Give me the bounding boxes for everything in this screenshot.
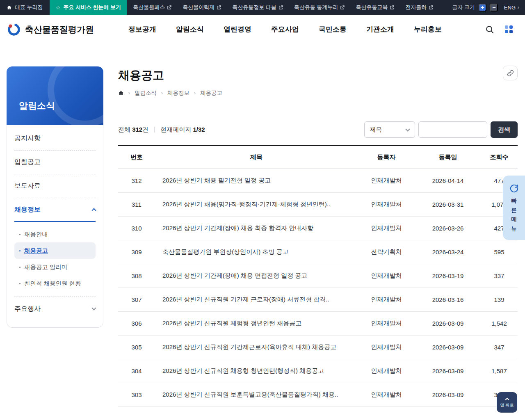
all-menu-button[interactable] (505, 25, 513, 33)
breadcrumb-item-news[interactable]: 알림소식 (135, 89, 157, 97)
grid-menu-icon (505, 25, 513, 33)
post-title-link[interactable]: 2026년 상반기 신규직원 기간제 근로자(장애) 서류전형 합격.. (155, 296, 358, 304)
sidebar-item-bidding[interactable]: 입찰공고 (14, 151, 96, 174)
bullet-icon (19, 250, 21, 251)
table-row[interactable]: 305 2026년 상반기 신규직원 기간제근로자(육아휴직 대체) 채용공고 … (118, 336, 518, 359)
table-row[interactable]: 310 2026년 상반기 기간제(장애) 채용 최종 합격자 안내사항 인재개… (118, 217, 518, 240)
chevron-up-icon (91, 208, 96, 212)
table-row[interactable]: 304 2026년 상반기 신규직원 채용형 청년인턴(행정직) 채용공고 인재… (118, 359, 518, 383)
current-page-value: 1/32 (193, 126, 205, 133)
share-url-button[interactable] (503, 66, 518, 80)
table-row[interactable]: 307 2026년 상반기 신규직원 기간제 근로자(장애) 서류전형 합격..… (118, 288, 518, 312)
post-title-link[interactable]: 2026년 상반기 신규직원 채용형 청년인턴(행정직) 채용공고 (155, 367, 358, 375)
search-button[interactable] (485, 25, 494, 34)
total-count: 전체 312건 (118, 126, 148, 134)
header-icons (485, 25, 518, 34)
post-title-link[interactable]: 2026년 상반기 기간제(장애) 채용 최종 합격자 안내사항 (155, 224, 358, 232)
table-row[interactable]: 303 2026년 상반기 신규직원 보훈특별고용(축산물품질평가직) 채용..… (118, 383, 518, 407)
submenu-item-recruit-guide[interactable]: 채용안내 (14, 226, 96, 242)
key-services-link[interactable]: ☆ 주요 서비스 한눈에 보기 (50, 0, 128, 15)
sidebar-item-events[interactable]: 주요행사 (14, 297, 96, 321)
post-title-link[interactable]: 2026년 상반기 신규직원 체험형 청년인턴 채용공고 (155, 320, 358, 327)
table-row[interactable]: 309 축산물품질평가원 부원장(상임이사) 초빙 공고 전략기획처 2026-… (118, 240, 518, 264)
search-keyword-input[interactable] (418, 121, 487, 138)
nav-about[interactable]: 기관소개 (366, 25, 394, 34)
submenu-item-recruit-posting[interactable]: 채용공고 (14, 242, 96, 259)
sidebar-item-press[interactable]: 보도자료 (14, 174, 96, 198)
external-link-icon (167, 5, 171, 10)
nav-news[interactable]: 알림소식 (176, 25, 204, 34)
post-title-link[interactable]: 2026년 상반기 채용(평가직·행정직·기간제·체험형 청년인턴).. (155, 201, 358, 208)
page-head: 채용공고 (118, 66, 518, 83)
post-title-link[interactable]: 2026년 상반기 신규직원 기간제근로자(육아휴직 대체) 채용공고 (155, 343, 358, 351)
breadcrumb-separator-icon (161, 90, 163, 96)
sidebar-title-box: 알림소식 (7, 66, 103, 125)
site-header: 축산물품질평가원 정보공개 알림소식 열린경영 주요사업 국민소통 기관소개 누… (0, 15, 525, 44)
home-icon (7, 5, 12, 10)
submenu-item-recruit-alert[interactable]: 채용공고 알리미 (14, 259, 96, 275)
board-table: 번호 제목 등록자 등록일 조회수 312 2026년 상반기 채용 필기전형 … (118, 145, 518, 407)
external-link-stats[interactable]: 축산유통 통계누리 (294, 4, 345, 11)
breadcrumb-separator-icon (128, 90, 130, 96)
sidebar-title: 알림소식 (19, 100, 55, 112)
global-nav: 정보공개 알림소식 열린경영 주요사업 국민소통 기관소개 누리홍보 (128, 25, 442, 34)
table-row[interactable]: 311 2026년 상반기 채용(평가직·행정직·기간제·체험형 청년인턴)..… (118, 193, 518, 217)
topbar-utilities: 글자 크기 + − ENG › (452, 0, 525, 15)
font-size-increase-button[interactable]: + (479, 4, 486, 11)
top-utility-bar: 대표 누리집 ☆ 주요 서비스 한눈에 보기 축산물원패스 축산물이력제 축산유… (0, 0, 525, 15)
post-title-link[interactable]: 2026년 상반기 신규직원 보훈특별고용(축산물품질평가직) 채용.. (155, 391, 358, 399)
quick-menu-icon (509, 184, 519, 193)
nav-public-communication[interactable]: 국민소통 (319, 25, 347, 34)
nav-open-management[interactable]: 열린경영 (224, 25, 251, 34)
table-row[interactable]: 312 2026년 상반기 채용 필기전형 일정 공고 인재개발처 2026-0… (118, 169, 518, 193)
table-row[interactable]: 308 2026년 상반기 기간제(장애) 채용 면접전형 일정 공고 인재개발… (118, 264, 518, 288)
home-icon[interactable] (118, 90, 124, 96)
nav-main-business[interactable]: 주요사업 (271, 25, 299, 34)
search-category-select[interactable]: 제목 (364, 121, 415, 138)
chevron-right-icon: › (518, 5, 519, 10)
bullet-icon (19, 267, 21, 268)
external-link-icon (390, 5, 394, 10)
breadcrumb-item-recruit-info[interactable]: 채용정보 (167, 89, 189, 97)
breadcrumb: 알림소식 채용정보 채용공고 (118, 89, 518, 97)
external-link-dabom[interactable]: 축산유통정보 다봄 (232, 4, 283, 11)
external-link-shipment[interactable]: 전자출하 (405, 4, 433, 11)
star-icon: ☆ (56, 5, 61, 11)
external-links: 축산물원패스 축산물이력제 축산유통정보 다봄 축산유통 통계누리 축산유통교육… (133, 0, 433, 15)
search-category-value: 제목 (370, 126, 382, 134)
font-size-label: 글자 크기 (452, 4, 475, 11)
sidebar-item-notice[interactable]: 공지사항 (14, 127, 96, 151)
back-to-top-button[interactable]: 맨 위로 (497, 392, 517, 413)
quick-menu[interactable]: 빠 른 메 뉴 (503, 176, 525, 240)
total-count-value: 312 (132, 126, 142, 133)
font-size-decrease-button[interactable]: − (490, 4, 498, 11)
external-link-wonpass[interactable]: 축산물원패스 (133, 4, 171, 11)
table-header-row: 번호 제목 등록자 등록일 조회수 (118, 146, 518, 169)
sidebar-submenu: 채용안내 채용공고 채용공고 알리미 친인척 채용인원 현황 (14, 222, 96, 297)
logo-icon (7, 22, 21, 37)
nav-info-disclosure[interactable]: 정보공개 (128, 25, 156, 34)
post-title-link[interactable]: 2026년 상반기 채용 필기전형 일정 공고 (155, 177, 358, 185)
search-submit-button[interactable]: 검색 (491, 121, 518, 138)
table-row[interactable]: 306 2026년 상반기 신규직원 체험형 청년인턴 채용공고 인재개발처 2… (118, 312, 518, 336)
current-page: 현재페이지 1/32 (160, 126, 205, 134)
external-link-iryeokje[interactable]: 축산물이력제 (183, 4, 221, 11)
external-link-icon (217, 5, 221, 10)
nav-pr[interactable]: 누리홍보 (414, 25, 442, 34)
post-title-link[interactable]: 축산물품질평가원 부원장(상임이사) 초빙 공고 (155, 248, 358, 256)
search-controls: 제목 검색 (364, 121, 518, 138)
submenu-item-relative-hiring[interactable]: 친인척 채용인원 현황 (14, 275, 96, 292)
sidebar-item-recruit-info[interactable]: 채용정보 (14, 198, 96, 222)
post-title-link[interactable]: 2026년 상반기 기간제(장애) 채용 면접전형 일정 공고 (155, 272, 358, 280)
main-portal-link[interactable]: 대표 누리집 (0, 0, 50, 15)
language-switch[interactable]: ENG › (504, 5, 519, 11)
site-logo[interactable]: 축산물품질평가원 (7, 22, 94, 37)
external-link-education[interactable]: 축산유통교육 (356, 4, 394, 11)
sidebar: 알림소식 공지사항 입찰공고 보도자료 채용정보 채용안내 채용공고 (7, 66, 103, 328)
search-icon (485, 25, 494, 34)
external-link-icon (429, 5, 433, 10)
chevron-down-icon (91, 306, 96, 310)
breadcrumb-item-recruit-posting[interactable]: 채용공고 (200, 89, 222, 97)
chevron-up-icon (505, 397, 509, 402)
key-services-label: 주요 서비스 한눈에 보기 (63, 4, 121, 11)
